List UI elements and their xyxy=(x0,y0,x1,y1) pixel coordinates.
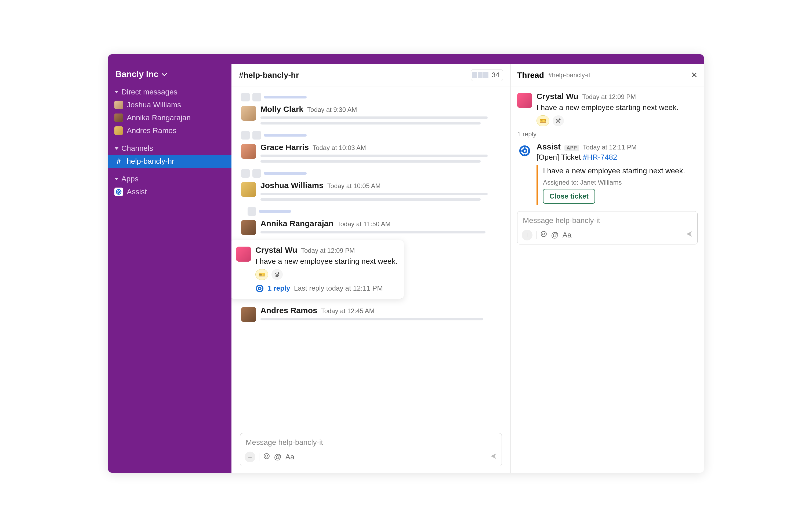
attach-button[interactable]: + xyxy=(522,230,533,240)
thread-title: Thread xyxy=(517,71,544,80)
thread-channel[interactable]: #help-bancly-it xyxy=(548,71,590,79)
dm-item[interactable]: Andres Ramos xyxy=(108,124,231,137)
message-time: Today at 11:50 AM xyxy=(337,220,391,228)
channel-header: #help-bancly-hr 34 xyxy=(231,64,510,86)
app-item-assist[interactable]: Assist xyxy=(108,185,231,198)
svg-point-7 xyxy=(264,453,269,459)
svg-point-4 xyxy=(277,274,278,274)
channel-name: help-bancly-hr xyxy=(127,157,174,166)
attach-button[interactable]: + xyxy=(245,452,255,462)
ticket-assigned: Assigned to: Janet Williams xyxy=(543,179,698,186)
message-author: Annika Rangarajan xyxy=(260,219,334,228)
add-reaction-button[interactable] xyxy=(272,269,283,280)
svg-point-14 xyxy=(523,149,526,152)
message-time: Today at 12:11 PM xyxy=(583,144,637,151)
divider xyxy=(259,453,259,461)
dm-name: Joshua Williams xyxy=(127,101,181,109)
format-icon[interactable]: Aa xyxy=(562,231,571,239)
mention-icon[interactable]: @ xyxy=(274,453,281,461)
svg-point-16 xyxy=(542,233,543,234)
placeholder-row xyxy=(241,131,510,139)
reply-separator: 1 reply xyxy=(517,131,698,138)
placeholder-row xyxy=(241,169,510,178)
member-count-button[interactable]: 34 xyxy=(471,69,503,81)
composer-input[interactable]: Message help-bancly-it xyxy=(518,211,697,228)
app-name: Assist xyxy=(127,187,147,196)
send-icon[interactable] xyxy=(490,452,497,462)
send-icon[interactable] xyxy=(685,230,693,240)
message-text: I have a new employee starting next week… xyxy=(255,256,397,267)
message-highlighted[interactable]: Crystal Wu Today at 12:09 PM I have a ne… xyxy=(231,238,510,304)
dm-name: Andres Ramos xyxy=(127,126,176,135)
ticket-status-prefix: [Open] Ticket xyxy=(536,153,583,161)
message-author: Grace Harris xyxy=(260,143,309,152)
format-icon[interactable]: Aa xyxy=(285,453,294,461)
mention-icon[interactable]: @ xyxy=(551,231,559,239)
message-author: Assist xyxy=(536,142,561,151)
avatar xyxy=(236,246,251,261)
add-reaction-button[interactable] xyxy=(553,115,564,126)
svg-point-10 xyxy=(556,119,560,123)
avatar xyxy=(241,144,256,159)
section-channels[interactable]: Channels xyxy=(108,142,231,155)
ticket-quote-text: I have a new employee starting next week… xyxy=(543,166,698,176)
message-author: Crystal Wu xyxy=(536,92,578,101)
placeholder-row xyxy=(241,93,510,102)
svg-point-9 xyxy=(267,455,268,456)
channel-pane: #help-bancly-hr 34 Molly Clark xyxy=(231,64,511,473)
close-ticket-button[interactable]: Close ticket xyxy=(543,189,595,204)
composer-input[interactable]: Message help-bancly-it xyxy=(240,433,502,450)
assist-icon xyxy=(114,187,123,196)
message-list[interactable]: Molly Clark Today at 9:30 AM Grace Har xyxy=(231,86,510,431)
channel-title[interactable]: #help-bancly-hr xyxy=(239,71,299,80)
message-time: Today at 12:45 AM xyxy=(321,307,375,315)
thread-body: Crystal Wu Today at 12:09 PM I have a ne… xyxy=(511,86,704,473)
svg-point-6 xyxy=(258,287,261,289)
thread-summary[interactable]: 1 reply Last reply today at 12:11 PM xyxy=(255,284,397,293)
svg-point-15 xyxy=(541,231,547,237)
app-badge: APP xyxy=(564,145,579,151)
close-thread-button[interactable]: ✕ xyxy=(691,70,698,80)
avatar xyxy=(241,106,256,121)
svg-point-11 xyxy=(557,120,558,121)
section-direct-messages[interactable]: Direct messages xyxy=(108,86,231,99)
reply-count-label: 1 reply xyxy=(517,131,536,138)
message-author: Crystal Wu xyxy=(255,245,297,255)
message-composer[interactable]: Message help-bancly-it + @ Aa xyxy=(240,433,502,466)
ticket-link[interactable]: #HR-7482 xyxy=(583,153,617,161)
channel-item-help-bancly-hr[interactable]: # help-bancly-hr xyxy=(108,155,231,168)
titlebar xyxy=(108,54,704,64)
caret-down-icon xyxy=(114,147,119,150)
message[interactable]: Grace Harris Today at 10:03 AM xyxy=(231,141,510,167)
thread-reply-assist[interactable]: Assist APP Today at 12:11 PM [Open] Tick… xyxy=(517,142,698,205)
section-apps[interactable]: Apps xyxy=(108,172,231,185)
message-author: Molly Clark xyxy=(260,105,303,114)
message[interactable]: Joshua Williams Today at 10:05 AM xyxy=(231,179,510,205)
dm-item[interactable]: Annika Rangarajan xyxy=(108,111,231,124)
avatar xyxy=(241,182,256,197)
avatar xyxy=(114,126,123,135)
thread-root-message[interactable]: Crystal Wu Today at 12:09 PM I have a ne… xyxy=(517,92,698,126)
message-time: Today at 12:09 PM xyxy=(582,93,636,101)
thread-composer[interactable]: Message help-bancly-it + @ Aa xyxy=(517,211,698,244)
dm-item[interactable]: Joshua Williams xyxy=(108,99,231,111)
svg-point-5 xyxy=(257,285,263,292)
message-text: I have a new employee starting next week… xyxy=(536,103,698,113)
emoji-icon[interactable] xyxy=(540,230,547,239)
placeholder-row xyxy=(248,207,510,216)
reply-time: Last reply today at 12:11 PM xyxy=(294,284,383,292)
avatar xyxy=(114,101,123,109)
workspace-switcher[interactable]: Bancly Inc xyxy=(108,64,231,86)
emoji-icon[interactable] xyxy=(263,453,270,462)
assist-icon xyxy=(255,284,264,293)
reaction-ticket-icon[interactable]: 🎫 xyxy=(536,115,549,126)
message[interactable]: Andres Ramos Today at 12:45 AM xyxy=(231,304,510,325)
svg-point-3 xyxy=(276,274,277,274)
message-time: Today at 10:03 AM xyxy=(313,144,366,152)
message[interactable]: Molly Clark Today at 9:30 AM xyxy=(231,103,510,129)
slack-window: Bancly Inc Direct messages Joshua Willia… xyxy=(108,54,704,473)
svg-point-2 xyxy=(275,273,279,277)
thread-pane: Thread #help-bancly-it ✕ Crystal Wu Toda… xyxy=(511,64,704,473)
reaction-ticket-icon[interactable]: 🎫 xyxy=(255,269,268,280)
message[interactable]: Annika Rangarajan Today at 11:50 AM xyxy=(231,217,510,238)
